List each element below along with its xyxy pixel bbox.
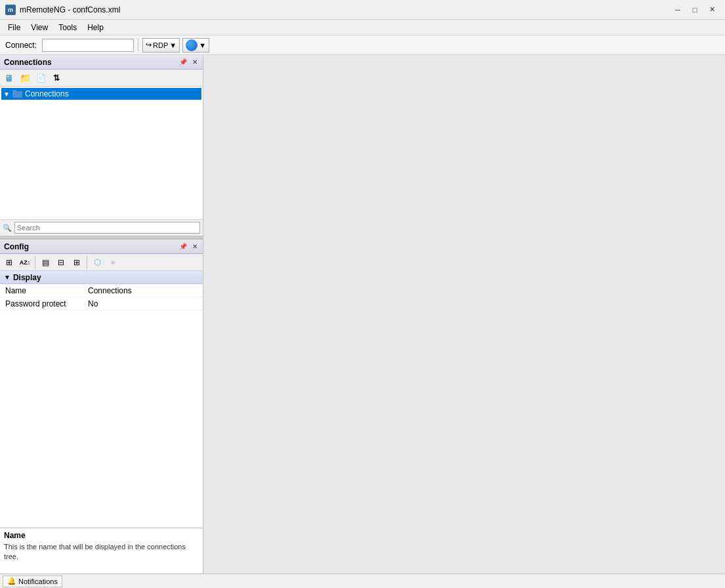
app-icon: m xyxy=(5,5,16,15)
search-bar: 🔍 xyxy=(0,219,203,236)
app-title: mRemoteNG - confCons.xml xyxy=(20,5,120,14)
connections-panel-title: Connections xyxy=(4,58,52,67)
config-split-h-button[interactable]: ⊟ xyxy=(54,256,68,269)
right-content-area xyxy=(203,55,725,574)
window-controls: ─ □ ✕ xyxy=(670,2,720,18)
new-file-icon: 📄 xyxy=(36,74,46,83)
search-input[interactable] xyxy=(14,222,200,234)
info-panel-description: This is the name that will be displayed … xyxy=(4,542,199,562)
config-status-button[interactable]: ● xyxy=(106,256,120,269)
close-button[interactable]: ✕ xyxy=(704,2,720,18)
config-grid-view-button[interactable]: ⊞ xyxy=(2,256,16,269)
config-panel-title: Config xyxy=(4,242,29,251)
search-icon: 🔍 xyxy=(3,224,12,232)
title-bar: m mRemoteNG - confCons.xml ─ □ ✕ xyxy=(0,0,725,20)
split-h-icon: ⊟ xyxy=(58,258,64,267)
connections-toolbar: 🖥 📁 📄 ⇅ xyxy=(0,70,203,87)
connect-label: Connect: xyxy=(3,41,39,50)
main-layout: Connections 📌 ✕ 🖥 📁 📄 ⇅ ▼ xyxy=(0,55,725,574)
config-key-name: Name xyxy=(0,286,85,295)
config-panel-controls: 📌 ✕ xyxy=(178,242,200,252)
config-value-name: Connections xyxy=(85,286,132,295)
menu-file[interactable]: File xyxy=(3,22,26,33)
toolbar-separator-1 xyxy=(138,39,138,52)
sort-alpha-icon: AZ↕ xyxy=(20,259,31,266)
svg-rect-0 xyxy=(12,91,22,98)
bell-icon: 🔔 xyxy=(7,577,16,585)
config-key-password: Password protect xyxy=(0,299,85,308)
config-toolbar: ⊞ AZ↕ ▤ ⊟ ⊞ ⬡ xyxy=(0,254,203,271)
config-connect-icon-button[interactable]: ⬡ xyxy=(90,256,104,269)
left-panel: Connections 📌 ✕ 🖥 📁 📄 ⇅ ▼ xyxy=(0,55,203,574)
new-connection-icon: 🖥 xyxy=(5,73,14,83)
connect-icon: ⬡ xyxy=(94,257,101,267)
config-split-v-button[interactable]: ⊞ xyxy=(70,256,84,269)
menu-help[interactable]: Help xyxy=(82,22,109,33)
section-label: Display xyxy=(13,273,41,282)
info-panel: Name This is the name that will be displ… xyxy=(0,528,203,574)
categorized-icon: ▤ xyxy=(42,258,49,267)
config-value-password: No xyxy=(85,299,98,308)
main-toolbar: Connect: ↪ RDP ▼ ▼ xyxy=(0,35,725,55)
config-toolbar-sep1 xyxy=(35,256,35,269)
config-content[interactable]: ▼ Display Name Connections Password prot… xyxy=(0,271,203,528)
new-file-button[interactable]: 📄 xyxy=(33,72,48,85)
notifications-button[interactable]: 🔔 Notifications xyxy=(3,576,62,587)
section-collapse-icon: ▼ xyxy=(4,274,10,281)
notifications-label: Notifications xyxy=(18,578,58,585)
config-categorized-button[interactable]: ▤ xyxy=(38,256,52,269)
config-row-name: Name Connections xyxy=(0,284,203,297)
connections-tree[interactable]: ▼ Connections xyxy=(0,87,203,219)
config-toolbar-sep2 xyxy=(87,256,87,269)
config-row-password: Password protect No xyxy=(0,297,203,310)
tree-arrow-icon: ▼ xyxy=(3,91,10,98)
tree-folder-icon xyxy=(12,89,23,99)
connect-input[interactable] xyxy=(42,39,134,52)
new-folder-button[interactable]: 📁 xyxy=(18,72,32,85)
globe-dropdown-icon: ▼ xyxy=(199,41,206,49)
rdp-dropdown-icon: ▼ xyxy=(169,41,176,49)
config-panel-header: Config 📌 ✕ xyxy=(0,240,203,254)
split-v-icon: ⊞ xyxy=(73,258,80,267)
minimize-button[interactable]: ─ xyxy=(670,2,686,18)
sort-connections-button[interactable]: ⇅ xyxy=(49,72,64,85)
menu-tools[interactable]: Tools xyxy=(53,22,82,33)
tree-item-connections[interactable]: ▼ Connections xyxy=(1,88,201,100)
config-panel: Config 📌 ✕ ⊞ AZ↕ ▤ ⊟ xyxy=(0,239,203,574)
connections-panel-header: Connections 📌 ✕ xyxy=(0,55,203,70)
rdp-arrow-icon: ↪ xyxy=(146,41,152,49)
new-connection-button[interactable]: 🖥 xyxy=(2,72,16,85)
new-folder-icon: 📁 xyxy=(20,73,31,83)
tree-connections-label: Connections xyxy=(25,89,69,98)
rdp-button[interactable]: ↪ RDP ▼ xyxy=(142,38,180,52)
info-panel-title: Name xyxy=(4,531,199,540)
svg-rect-1 xyxy=(12,90,16,92)
config-sort-alpha-button[interactable]: AZ↕ xyxy=(18,256,32,269)
sort-icon: ⇅ xyxy=(53,74,60,83)
globe-button[interactable]: ▼ xyxy=(182,38,209,52)
status-bar: 🔔 Notifications xyxy=(0,574,725,588)
connections-pin-button[interactable]: 📌 xyxy=(178,57,188,68)
rdp-label: RDP xyxy=(153,41,168,49)
connections-panel-controls: 📌 ✕ xyxy=(178,57,200,68)
maximize-button[interactable]: □ xyxy=(687,2,703,18)
globe-icon xyxy=(186,39,197,51)
config-pin-button[interactable]: 📌 xyxy=(178,242,188,252)
menu-view[interactable]: View xyxy=(26,22,53,33)
status-circle-icon: ● xyxy=(110,257,115,267)
connections-close-button[interactable]: ✕ xyxy=(190,57,200,68)
grid-view-icon: ⊞ xyxy=(6,258,12,267)
menu-bar: File View Tools Help xyxy=(0,20,725,35)
config-display-section[interactable]: ▼ Display xyxy=(0,271,203,284)
config-close-button[interactable]: ✕ xyxy=(190,242,200,252)
